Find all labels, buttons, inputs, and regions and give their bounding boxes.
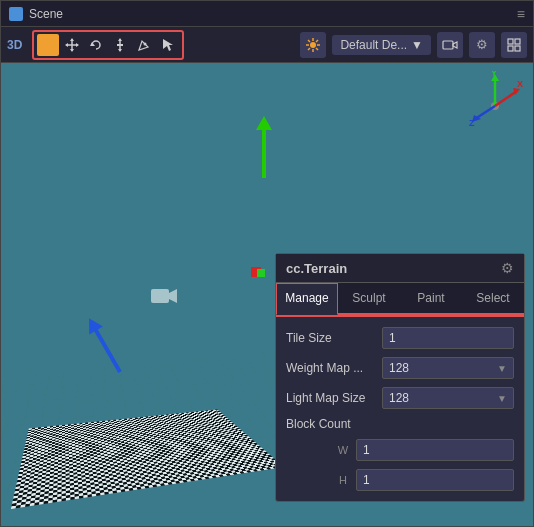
- window-icon: [9, 7, 23, 21]
- svg-line-20: [308, 40, 310, 42]
- h-icon: H: [336, 474, 350, 486]
- weight-map-label: Weight Map ...: [286, 361, 376, 375]
- light-map-arrow: ▼: [497, 393, 507, 404]
- scene-arrow-green: [262, 128, 266, 178]
- svg-line-23: [308, 48, 310, 50]
- grid-icon: [506, 37, 522, 53]
- svg-line-22: [316, 40, 318, 42]
- tool-pen-button[interactable]: [133, 34, 155, 56]
- grid-button[interactable]: [501, 32, 527, 58]
- main-window: Scene ≡ 3D: [0, 0, 534, 527]
- marker-green: [257, 269, 265, 277]
- svg-text:X: X: [517, 79, 523, 89]
- tool-cursor-button[interactable]: [157, 34, 179, 56]
- w-icon: W: [336, 444, 350, 456]
- tab-manage[interactable]: Manage: [276, 283, 338, 315]
- svg-marker-14: [163, 39, 173, 51]
- tile-size-row: Tile Size 1: [276, 323, 524, 353]
- light-map-value[interactable]: 128 ▼: [382, 387, 514, 409]
- svg-marker-6: [65, 43, 68, 47]
- block-count-row: Block Count: [276, 413, 524, 435]
- tool-rotate-button[interactable]: [85, 34, 107, 56]
- gizmo-svg: X Y Z: [465, 71, 525, 131]
- svg-rect-27: [515, 39, 520, 44]
- tile-size-label: Tile Size: [286, 331, 376, 345]
- tool-scale-button[interactable]: [109, 34, 131, 56]
- camera-icon: [442, 37, 458, 53]
- toolbar: 3D: [1, 27, 533, 63]
- sun-icon[interactable]: [300, 32, 326, 58]
- scale-icon: [112, 37, 128, 53]
- axis-gizmo: X Y Z: [465, 71, 525, 131]
- tool-move-button[interactable]: [37, 34, 59, 56]
- gear-icon: ⚙: [476, 37, 488, 52]
- toolbar-3d-label: 3D: [7, 38, 22, 52]
- light-map-row: Light Map Size 128 ▼: [276, 383, 524, 413]
- viewport[interactable]: X Y Z cc.Terrain ⚙ Manage Sculpt: [1, 63, 533, 526]
- block-count-w-row: W 1: [276, 435, 524, 465]
- settings-button[interactable]: ⚙: [469, 32, 495, 58]
- window-title: Scene: [29, 7, 63, 21]
- camera-settings-button[interactable]: [437, 32, 463, 58]
- tab-select[interactable]: Select: [462, 283, 524, 313]
- tab-sculpt[interactable]: Sculpt: [338, 283, 400, 313]
- title-bar: Scene ≡: [1, 1, 533, 27]
- panel-content: Tile Size 1 Weight Map ... 128 ▼ Light M…: [276, 317, 524, 501]
- tool-move2-button[interactable]: [61, 34, 83, 56]
- svg-marker-5: [70, 49, 74, 52]
- panel-header: cc.Terrain ⚙: [276, 254, 524, 283]
- svg-rect-24: [443, 41, 453, 49]
- svg-line-37: [475, 106, 495, 119]
- terrain-marker: [251, 267, 263, 279]
- svg-rect-28: [508, 46, 513, 51]
- svg-rect-1: [45, 42, 51, 48]
- weight-map-row: Weight Map ... 128 ▼: [276, 353, 524, 383]
- cursor-icon: [160, 37, 176, 53]
- svg-rect-29: [515, 46, 520, 51]
- block-count-h-row: H 1: [276, 465, 524, 495]
- block-count-label: Block Count: [286, 417, 376, 431]
- svg-marker-31: [169, 289, 177, 303]
- weight-map-value[interactable]: 128 ▼: [382, 357, 514, 379]
- svg-rect-26: [508, 39, 513, 44]
- tile-size-value[interactable]: 1: [382, 327, 514, 349]
- svg-rect-30: [151, 289, 169, 303]
- toolbar-tools-group: [32, 30, 184, 60]
- svg-marker-25: [453, 42, 457, 48]
- svg-text:Y: Y: [491, 71, 497, 78]
- panel-tabs: Manage Sculpt Paint Select: [276, 283, 524, 315]
- dropdown-arrow-icon: ▼: [411, 38, 423, 52]
- svg-line-35: [495, 91, 517, 106]
- render-pipeline-dropdown[interactable]: Default De... ▼: [332, 35, 431, 55]
- panel-tabs-wrapper: Manage Sculpt Paint Select: [276, 283, 524, 317]
- svg-point-15: [310, 42, 316, 48]
- pen-icon: [136, 37, 152, 53]
- camera-svg: [150, 285, 178, 307]
- panel-gear-icon[interactable]: ⚙: [501, 260, 514, 276]
- arrows-icon: [64, 37, 80, 53]
- tab-paint[interactable]: Paint: [400, 283, 462, 313]
- render-pipeline-label: Default De...: [340, 38, 407, 52]
- weight-map-arrow: ▼: [497, 363, 507, 374]
- camera-object: [150, 285, 178, 313]
- rotate-icon: [88, 37, 104, 53]
- window-menu-icon[interactable]: ≡: [517, 6, 525, 22]
- sun-svg: [305, 37, 321, 53]
- svg-marker-11: [118, 38, 122, 41]
- move-icon: [40, 37, 56, 53]
- svg-point-13: [144, 42, 147, 45]
- panel-title: cc.Terrain: [286, 261, 347, 276]
- block-count-w-value[interactable]: 1: [356, 439, 514, 461]
- svg-marker-4: [70, 38, 74, 41]
- toolbar-right: Default De... ▼ ⚙: [300, 32, 527, 58]
- svg-marker-12: [118, 49, 122, 52]
- terrain-panel: cc.Terrain ⚙ Manage Sculpt Paint Sel: [275, 253, 525, 502]
- svg-marker-7: [76, 43, 79, 47]
- svg-text:Z: Z: [469, 118, 475, 128]
- svg-line-21: [316, 48, 318, 50]
- light-map-label: Light Map Size: [286, 391, 376, 405]
- block-count-h-value[interactable]: 1: [356, 469, 514, 491]
